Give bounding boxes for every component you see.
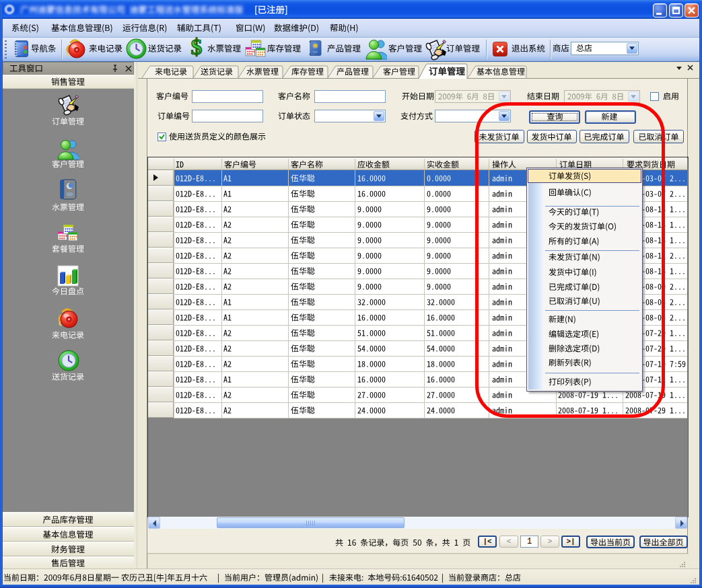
svg-text:$: $ (191, 37, 203, 57)
